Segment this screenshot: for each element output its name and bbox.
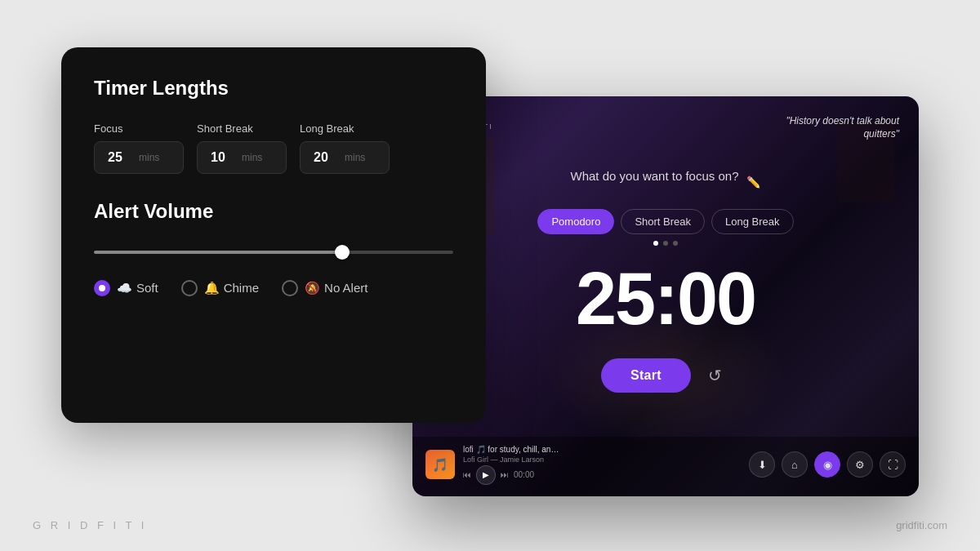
dot-2 — [663, 241, 668, 246]
short-break-group: Short Break 10 mins — [197, 122, 287, 174]
music-thumbnail: 🎵 — [425, 450, 455, 479]
soft-emoji: ☁️ — [117, 281, 132, 295]
timer-lengths-section: Focus 25 mins Short Break 10 mins Long B… — [94, 122, 453, 174]
chime-label: 🔔 Chime — [204, 281, 259, 295]
long-break-input-box: 20 mins — [300, 141, 390, 174]
short-break-input-box: 10 mins — [197, 141, 287, 174]
cards-wrapper: Timer Lengths Focus 25 mins Short Break … — [61, 47, 919, 504]
dot-3 — [673, 241, 678, 246]
reset-button[interactable]: ↺ — [701, 361, 730, 390]
app-footer: 🎵 lofi 🎵 for study, chill, and... Lofi G… — [412, 437, 919, 496]
volume-slider-wrapper — [94, 242, 453, 257]
focus-question: What do you want to focus on? — [571, 169, 739, 183]
music-controls: ⏮ ▶ ⏭ 00:00 — [463, 465, 561, 485]
home-button[interactable]: ⌂ — [782, 451, 808, 478]
focus-input-box: 25 mins — [94, 141, 184, 174]
app-card: flocus BY GRIDFITI "History doesn't talk… — [412, 96, 919, 496]
tab-long-break[interactable]: Long Break — [711, 209, 794, 234]
music-title: lofi 🎵 for study, chill, and... — [463, 445, 561, 454]
download-button[interactable]: ⬇ — [749, 451, 775, 478]
chime-emoji: 🔔 — [204, 281, 220, 295]
focus-unit: mins — [139, 152, 159, 163]
music-next-icon[interactable]: ⏭ — [501, 470, 509, 479]
tab-short-break[interactable]: Short Break — [621, 209, 705, 234]
tab-pomodoro[interactable]: Pomodoro — [537, 209, 614, 234]
brand-right: gridfiti.com — [896, 519, 947, 531]
music-player: 🎵 lofi 🎵 for study, chill, and... Lofi G… — [425, 445, 561, 485]
long-break-label: Long Break — [300, 122, 390, 135]
progress-dots — [653, 241, 678, 246]
focus-label: Focus — [94, 122, 184, 135]
alert-options: ☁️ Soft 🔔 Chime 🔕 — [94, 280, 453, 296]
alert-option-chime[interactable]: 🔔 Chime — [181, 280, 259, 296]
long-break-unit: mins — [345, 152, 365, 163]
focus-mode-button[interactable]: ◉ — [814, 451, 840, 478]
edit-icon[interactable]: ✏️ — [746, 176, 760, 189]
music-play-button[interactable]: ▶ — [476, 465, 496, 485]
alert-section: Alert Volume ☁️ Soft — [94, 200, 453, 296]
short-break-unit: mins — [242, 152, 262, 163]
no-alert-radio[interactable] — [282, 280, 298, 296]
long-break-group: Long Break 20 mins — [300, 122, 390, 174]
dot-1 — [653, 241, 658, 246]
footer-actions: ⬇ ⌂ ◉ ⚙ ⛶ — [749, 451, 906, 478]
long-break-input[interactable]: 20 — [314, 150, 338, 165]
fullscreen-button[interactable]: ⛶ — [880, 451, 906, 478]
focus-group: Focus 25 mins — [94, 122, 184, 174]
music-prev-icon[interactable]: ⏮ — [463, 470, 471, 479]
alert-option-soft[interactable]: ☁️ Soft — [94, 280, 158, 296]
app-background: flocus BY GRIDFITI "History doesn't talk… — [412, 96, 919, 496]
settings-title: Timer Lengths — [94, 77, 453, 100]
music-info: lofi 🎵 for study, chill, and... Lofi Gir… — [463, 445, 561, 485]
soft-radio-inner — [99, 285, 105, 291]
timer-tabs: Pomodoro Short Break Long Break — [537, 209, 793, 234]
alert-title: Alert Volume — [94, 200, 453, 223]
soft-label: ☁️ Soft — [117, 281, 158, 295]
short-break-input[interactable]: 10 — [211, 150, 235, 165]
no-alert-emoji: 🔕 — [305, 281, 320, 295]
soft-radio[interactable] — [94, 280, 110, 296]
brand-left: G R I D F I T I — [33, 519, 147, 531]
music-time: 00:00 — [514, 470, 534, 479]
music-artist: Lofi Girl — Jamie Larson — [463, 455, 561, 464]
chime-text: Chime — [224, 281, 259, 295]
timer-controls: Start ↺ — [601, 358, 730, 393]
short-break-label: Short Break — [197, 122, 287, 135]
timer-display: 25:00 — [576, 262, 755, 335]
no-alert-label: 🔕 No Alert — [305, 281, 368, 295]
app-main: What do you want to focus on? ✏️ Pomodor… — [412, 125, 919, 436]
chime-radio[interactable] — [181, 280, 198, 296]
focus-input[interactable]: 25 — [108, 150, 132, 165]
soft-text: Soft — [136, 281, 158, 295]
volume-slider[interactable] — [94, 251, 453, 254]
start-button[interactable]: Start — [601, 358, 691, 393]
settings-card: Timer Lengths Focus 25 mins Short Break … — [61, 47, 486, 423]
alert-option-no-alert[interactable]: 🔕 No Alert — [282, 280, 368, 296]
no-alert-text: No Alert — [324, 281, 368, 295]
settings-button[interactable]: ⚙ — [847, 451, 873, 478]
